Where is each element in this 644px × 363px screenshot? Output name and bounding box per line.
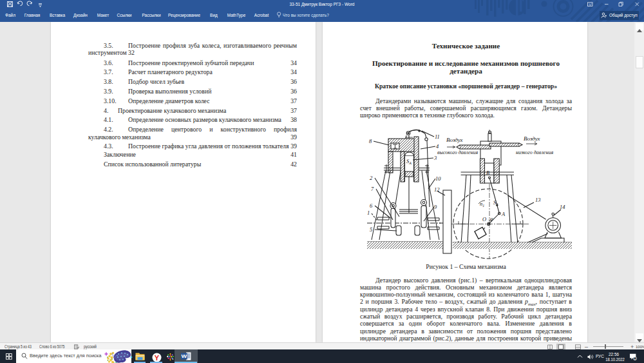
svg-text:12: 12	[434, 186, 440, 193]
svg-text:4: 4	[436, 143, 439, 150]
svg-text:Воздух: Воздух	[524, 135, 540, 142]
svg-text:n1: n1	[480, 201, 484, 208]
svg-text:3: 3	[433, 155, 437, 161]
svg-text:8: 8	[369, 138, 372, 144]
svg-text:A: A	[501, 211, 506, 217]
svg-text:13: 13	[535, 197, 541, 203]
svg-text:низкого давления: низкого давления	[516, 150, 553, 155]
svg-text:O: O	[482, 216, 486, 222]
svg-text:11: 11	[435, 133, 440, 140]
svg-text:7: 7	[371, 186, 374, 192]
svg-text:1: 1	[367, 210, 370, 216]
svg-text:Воздух: Воздух	[446, 137, 463, 143]
svg-text:φ: φ	[490, 215, 493, 222]
svg-text:высокого давления: высокого давления	[437, 150, 478, 155]
svg-text:10: 10	[435, 175, 441, 182]
svg-text:B: B	[486, 170, 489, 176]
svg-text:W: W	[181, 353, 187, 359]
svg-text:5: 5	[370, 226, 372, 233]
svg-text:Y: Y	[155, 353, 160, 361]
svg-text:1: 1	[634, 356, 636, 360]
svg-text:2: 2	[370, 175, 373, 181]
svg-text:9: 9	[434, 204, 437, 210]
svg-text:S2: S2	[493, 199, 498, 206]
svg-text:14: 14	[560, 204, 565, 210]
svg-text:6: 6	[370, 202, 373, 209]
